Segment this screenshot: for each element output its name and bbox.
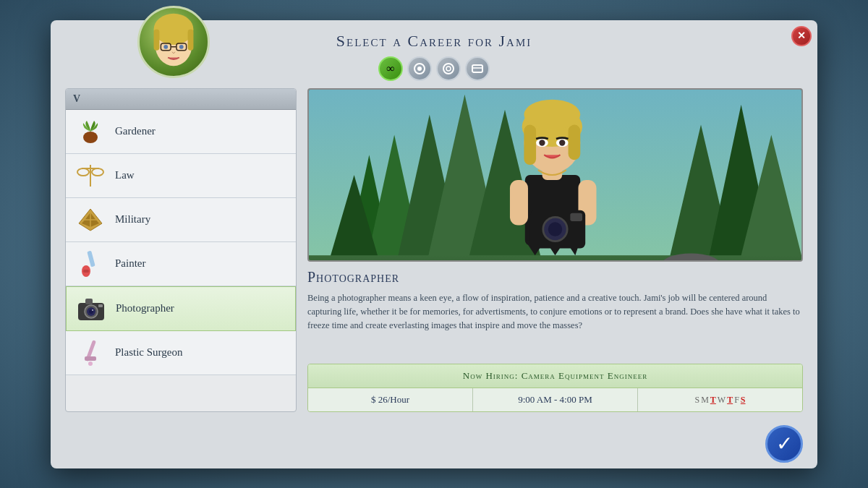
filter-pack3[interactable] xyxy=(465,56,490,81)
svg-rect-26 xyxy=(87,250,95,267)
svg-point-10 xyxy=(417,67,422,71)
career-detail: Photographer Being a photographer means … xyxy=(307,88,803,412)
svg-point-68 xyxy=(539,140,545,145)
modal-footer: ✓ xyxy=(51,419,817,468)
career-info: Photographer Being a photographer means … xyxy=(307,269,803,356)
filter-pack2[interactable] xyxy=(436,56,461,81)
svg-rect-35 xyxy=(98,304,103,307)
svg-point-38 xyxy=(88,361,93,366)
gardener-label: Gardener xyxy=(115,125,156,137)
modal-body: V Gardener xyxy=(51,81,817,419)
hiring-box: Now Hiring: Camera Equipment Engineer $ … xyxy=(307,364,803,412)
day-t2: T xyxy=(727,395,733,406)
day-s1: S xyxy=(694,395,699,406)
svg-rect-64 xyxy=(569,124,581,160)
svg-point-1 xyxy=(154,13,194,44)
svg-point-58 xyxy=(548,222,562,236)
filter-all[interactable]: ∞ xyxy=(378,56,403,81)
svg-rect-63 xyxy=(524,124,536,165)
day-m: M xyxy=(701,395,709,406)
military-label: Military xyxy=(115,213,150,226)
svg-rect-34 xyxy=(85,299,93,304)
confirm-button[interactable]: ✓ xyxy=(765,425,803,463)
hiring-details: $ 26/Hour 9:00 AM - 4:00 PM S M T W T F xyxy=(308,388,802,411)
career-item-photographer[interactable]: Photographer xyxy=(66,286,296,331)
plastic-surgeon-icon xyxy=(75,337,106,369)
svg-rect-37 xyxy=(85,356,96,361)
svg-rect-28 xyxy=(83,270,89,273)
svg-point-11 xyxy=(443,64,454,74)
svg-rect-13 xyxy=(472,65,482,72)
svg-rect-49 xyxy=(309,255,801,260)
day-f: F xyxy=(734,395,739,406)
day-t1: T xyxy=(710,395,716,406)
hours-cell: 9:00 AM - 4:00 PM xyxy=(473,388,638,411)
law-icon xyxy=(75,160,106,192)
svg-point-6 xyxy=(163,44,168,48)
career-item-military[interactable]: Military xyxy=(66,198,296,242)
day-s2: S xyxy=(741,395,746,406)
law-label: Law xyxy=(115,169,135,181)
filter-pack1[interactable] xyxy=(407,56,432,81)
modal-title: Select a Career for Jami xyxy=(336,32,532,51)
svg-point-33 xyxy=(92,309,93,311)
work-days: S M T W T F S xyxy=(694,395,745,406)
plastic-surgeon-label: Plastic Surgeon xyxy=(115,346,182,359)
svg-rect-54 xyxy=(510,179,528,225)
career-item-painter[interactable]: Painter xyxy=(66,242,296,286)
svg-point-65 xyxy=(524,99,580,129)
day-w: W xyxy=(718,395,726,406)
hiring-title: Now Hiring: Camera Equipment Engineer xyxy=(308,364,802,388)
hours-value: 9:00 AM - 4:00 PM xyxy=(518,394,592,405)
career-image xyxy=(307,88,803,262)
photographer-label: Photographer xyxy=(116,302,174,314)
svg-point-7 xyxy=(179,44,184,48)
close-button[interactable]: ✕ xyxy=(791,26,812,46)
svg-rect-59 xyxy=(570,213,582,221)
filter-icons: ∞ xyxy=(378,56,490,81)
career-select-modal: Select a Career for Jami ∞ ✕ V xyxy=(51,20,817,468)
list-header: V xyxy=(66,89,296,110)
svg-point-19 xyxy=(92,168,103,176)
svg-point-69 xyxy=(559,140,565,145)
career-item-gardener[interactable]: Gardener xyxy=(66,110,296,154)
career-info-description: Being a photographer means a keen eye, a… xyxy=(307,291,803,333)
career-item-law[interactable]: Law xyxy=(66,154,296,198)
svg-point-15 xyxy=(83,132,98,143)
photographer-icon xyxy=(75,293,107,325)
svg-point-18 xyxy=(77,168,89,176)
career-list: V Gardener xyxy=(65,88,297,412)
painter-icon xyxy=(75,248,106,280)
military-icon xyxy=(75,204,106,236)
gardener-icon xyxy=(75,116,106,147)
salary-cell: $ 26/Hour xyxy=(308,388,473,411)
career-info-title: Photographer xyxy=(307,269,803,286)
career-item-plastic-surgeon[interactable]: Plastic Surgeon xyxy=(66,331,296,375)
svg-point-12 xyxy=(446,67,451,71)
salary-value: $ 26/Hour xyxy=(371,394,409,405)
painter-label: Painter xyxy=(115,257,146,270)
svg-rect-2 xyxy=(154,29,160,50)
avatar xyxy=(137,6,210,78)
svg-rect-3 xyxy=(188,29,194,50)
days-cell: S M T W T F S xyxy=(638,388,802,411)
